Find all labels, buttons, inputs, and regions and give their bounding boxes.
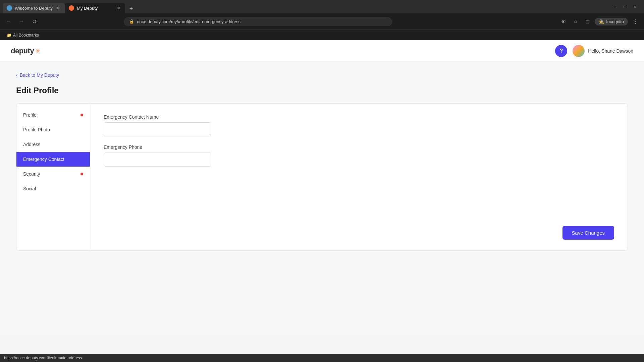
bookmarks-all[interactable]: 📁 All Bookmarks [4,32,42,38]
url-text: once.deputy.com/my/#profile/edit-emergen… [137,19,387,24]
lock-icon: 🔒 [129,19,134,24]
help-button[interactable]: ? [555,45,567,57]
back-chevron-icon: ‹ [16,72,18,78]
address-actions: 👁 ☆ □ 🕵 Incognito ⋮ [558,17,640,26]
sidebar-label-security: Security [23,171,40,177]
incognito-label: Incognito [606,19,624,24]
emergency-phone-input[interactable] [104,153,211,167]
app-wrapper: deputy ✳ ? Hello, Shane Dawson ‹ Back to… [0,40,644,335]
edit-profile-panel: Profile Profile Photo Address Emergency … [16,103,628,251]
browser-tab-1[interactable]: Welcome to Deputy ✕ [3,3,65,13]
sidebar-label-social: Social [23,186,36,191]
forward-nav-button[interactable]: → [17,17,26,26]
bookmarks-folder-icon: 📁 [7,33,12,38]
emergency-phone-group: Emergency Phone [104,144,614,167]
browser-tabs: Welcome to Deputy ✕ My Deputy ✕ + [0,0,606,13]
sidebar-label-profile: Profile [23,112,37,118]
sidebar-item-emergency-contact[interactable]: Emergency Contact [16,152,90,167]
profile-sidebar: Profile Profile Photo Address Emergency … [16,104,90,250]
extensions-icon[interactable]: □ [583,17,592,26]
user-greeting: Hello, Shane Dawson [588,48,633,54]
incognito-icon: 🕵 [599,19,604,24]
browser-tab-2[interactable]: My Deputy ✕ [65,3,125,13]
tab-favicon-1 [7,5,12,11]
save-button-container: Save Changes [562,226,614,240]
sidebar-item-security[interactable]: Security [16,167,90,181]
emergency-contact-name-input[interactable] [104,122,211,136]
help-icon: ? [559,48,563,54]
minimize-button[interactable]: — [611,3,619,10]
tab-close-1[interactable]: ✕ [55,5,61,11]
browser-titlebar: Welcome to Deputy ✕ My Deputy ✕ + — □ ✕ [0,0,644,13]
page-content: ‹ Back to My Deputy Edit Profile Profile… [0,62,644,335]
profile-alert-dot [80,114,83,116]
incognito-badge: 🕵 Incognito [595,18,628,25]
form-area: Emergency Contact Name Emergency Phone S… [90,104,628,250]
new-tab-button[interactable]: + [126,4,136,13]
tab-title-1: Welcome to Deputy [15,6,53,11]
url-bar[interactable]: 🔒 once.deputy.com/my/#profile/edit-emerg… [124,17,392,26]
maximize-button[interactable]: □ [621,3,629,10]
address-bar-row: ← → ↺ 🔒 once.deputy.com/my/#profile/edit… [0,13,644,29]
sidebar-item-profile[interactable]: Profile [16,108,90,122]
tab-favicon-2 [69,5,74,11]
deputy-logo: deputy ✳ [11,47,40,55]
save-changes-button[interactable]: Save Changes [562,226,614,240]
bookmarks-bar: 📁 All Bookmarks [0,29,644,40]
eye-slash-icon[interactable]: 👁 [558,17,568,26]
reload-button[interactable]: ↺ [30,17,39,26]
logo-star-icon: ✳ [35,47,40,55]
browser-chrome: Welcome to Deputy ✕ My Deputy ✕ + — □ ✕ … [0,0,644,40]
star-icon[interactable]: ☆ [571,17,580,26]
sidebar-item-address[interactable]: Address [16,137,90,152]
sidebar-label-emergency-contact: Emergency Contact [23,157,64,162]
window-controls: — □ ✕ [606,3,644,10]
page-title: Edit Profile [16,86,628,95]
user-avatar-area: Hello, Shane Dawson [573,45,633,57]
tab-close-2[interactable]: ✕ [116,5,121,11]
menu-button[interactable]: ⋮ [631,17,640,26]
sidebar-label-profile-photo: Profile Photo [23,127,50,132]
back-nav-button[interactable]: ← [4,17,13,26]
sidebar-item-social[interactable]: Social [16,181,90,196]
sidebar-item-profile-photo[interactable]: Profile Photo [16,122,90,137]
tab-title-2: My Deputy [77,6,113,11]
back-link[interactable]: ‹ Back to My Deputy [16,72,628,78]
emergency-phone-label: Emergency Phone [104,144,614,150]
bookmarks-label: All Bookmarks [13,33,39,38]
sidebar-label-address: Address [23,142,40,147]
back-link-text: Back to My Deputy [20,72,59,78]
avatar [573,45,585,57]
close-button[interactable]: ✕ [631,3,639,10]
nav-right: ? Hello, Shane Dawson [555,45,633,57]
emergency-contact-name-label: Emergency Contact Name [104,114,614,120]
security-alert-dot [80,173,83,175]
top-nav: deputy ✳ ? Hello, Shane Dawson [0,40,644,62]
emergency-contact-name-group: Emergency Contact Name [104,114,614,136]
logo-text: deputy [11,47,34,55]
